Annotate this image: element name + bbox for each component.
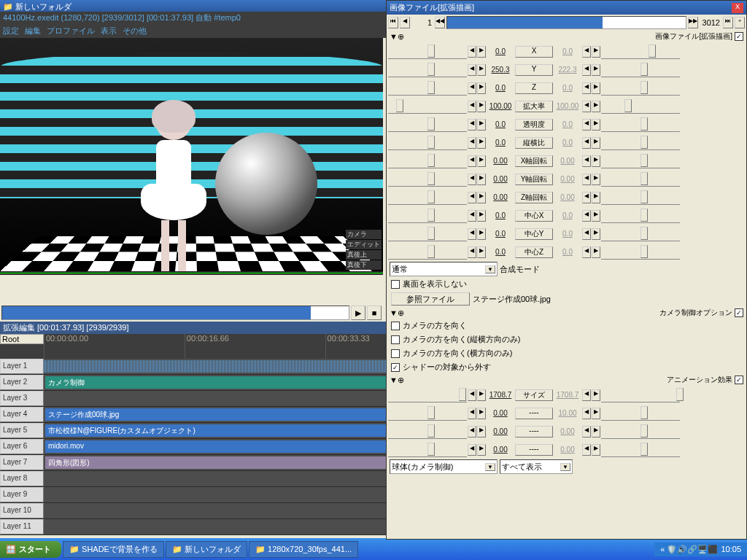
param-slider-right[interactable] [601, 227, 680, 241]
param-name-button[interactable]: X軸回転 [515, 155, 553, 167]
param-slider-right[interactable] [601, 154, 680, 168]
param-slider-left[interactable] [388, 117, 467, 132]
dec-button[interactable]: ◀ [468, 155, 476, 167]
param-slider-right[interactable] [601, 245, 680, 260]
viewport-badge[interactable]: エディット [346, 240, 382, 249]
param-value[interactable]: 0.00 [487, 427, 514, 435]
param-name-button[interactable]: 中心Z [515, 246, 553, 258]
param-value[interactable]: 0.0 [487, 47, 514, 55]
inc-button[interactable]: ▶ [477, 408, 486, 419]
menu-item[interactable]: 設定 [3, 26, 19, 36]
dec-button[interactable]: ◀ [582, 174, 591, 185]
dec-button[interactable]: ◀ [468, 228, 476, 240]
dec-button[interactable]: ◀ [468, 174, 476, 185]
param-slider-left[interactable] [388, 44, 467, 59]
dec-button[interactable]: ◀ [468, 101, 476, 112]
param-value-end[interactable]: 222.3 [554, 66, 581, 74]
param-slider-left[interactable] [388, 388, 467, 402]
dec-button[interactable]: ◀ [582, 119, 591, 131]
param-value-end[interactable]: 1708.7 [554, 391, 581, 399]
inc-button[interactable]: ▶ [477, 46, 486, 58]
menu-item[interactable]: プロファイル [47, 26, 95, 36]
step-fwd-button[interactable]: ▶▶ [688, 17, 698, 28]
param-value-end[interactable]: 0.00 [554, 157, 581, 165]
preview-viewport[interactable]: カメラエディット真後上真後下 [0, 38, 383, 271]
dec-button[interactable]: ◀ [582, 82, 591, 94]
param-value-end[interactable]: 0.0 [554, 139, 581, 147]
checkbox[interactable]: ✓ [391, 363, 400, 372]
param-value[interactable]: 0.00 [487, 446, 514, 454]
inc-button[interactable]: ▶ [592, 246, 600, 258]
checkbox[interactable] [391, 349, 400, 358]
layer-label[interactable]: Layer 4 [0, 407, 44, 422]
transport-slider[interactable] [1, 306, 349, 320]
param-name-button[interactable]: Z軸回転 [515, 192, 553, 203]
dec-button[interactable]: ◀ [582, 426, 591, 438]
param-value[interactable]: 1708.7 [487, 391, 514, 399]
inc-button[interactable]: ▶ [592, 64, 600, 76]
param-slider-right[interactable] [601, 136, 680, 150]
dec-button[interactable]: ◀ [582, 389, 591, 401]
inc-button[interactable]: ▶ [477, 119, 486, 131]
param-slider-right[interactable] [601, 99, 680, 114]
inc-button[interactable]: ▶ [592, 444, 600, 456]
dec-button[interactable]: ◀ [468, 46, 476, 58]
param-value-end[interactable]: 0.00 [554, 193, 581, 201]
display-combo[interactable]: すべて表示▼ [500, 459, 573, 474]
param-slider-left[interactable] [388, 443, 467, 457]
param-value-end[interactable]: 0.00 [554, 427, 581, 435]
param-name-button[interactable]: 中心Y [515, 228, 553, 240]
layer-label[interactable]: Layer 11 [0, 519, 44, 534]
menu-item[interactable]: 編集 [25, 26, 41, 36]
inc-button[interactable]: ▶ [592, 389, 600, 401]
inc-button[interactable]: ▶ [592, 82, 600, 94]
dec-button[interactable]: ◀ [582, 408, 591, 419]
param-slider-right[interactable] [601, 63, 680, 77]
inc-button[interactable]: ▶ [477, 82, 486, 94]
viewport-badge[interactable]: カメラ [346, 230, 382, 239]
param-value-end[interactable]: 0.0 [554, 230, 581, 238]
param-value[interactable]: 0.00 [487, 175, 514, 183]
start-button[interactable]: 🪟 スタート [0, 541, 61, 558]
taskbar-button[interactable]: 📁 1280x720_30fps_441... [249, 541, 358, 558]
dec-button[interactable]: ◀ [468, 192, 476, 203]
checkbox[interactable] [391, 322, 400, 330]
dec-button[interactable]: ◀ [468, 426, 476, 438]
timeline-clip[interactable]: 市松模様N@FIGURE(カスタムオブジェクト) [45, 424, 395, 437]
sect3-checkbox[interactable]: ✓ [735, 376, 743, 384]
param-name-button[interactable]: Z [515, 82, 553, 94]
param-value-end[interactable]: 0.0 [554, 248, 581, 256]
layer-label[interactable]: Layer 2 [0, 375, 44, 390]
param-value-end[interactable]: 0.0 [554, 211, 581, 219]
dec-button[interactable]: ◀ [468, 64, 476, 76]
param-slider-left[interactable] [388, 424, 467, 439]
taskbar-button[interactable]: 📁 SHADEで背景を作る [63, 541, 164, 558]
param-value[interactable]: 0.00 [487, 157, 514, 165]
inc-button[interactable]: ▶ [477, 174, 486, 185]
param-value[interactable]: 0.00 [487, 193, 514, 201]
camera-option-row[interactable]: ✓シャドーの対象から外す [387, 360, 746, 374]
inc-button[interactable]: ▶ [592, 228, 600, 240]
param-slider-right[interactable] [601, 443, 680, 457]
inc-button[interactable]: ▶ [477, 101, 486, 112]
param-name-button[interactable]: X [515, 46, 553, 58]
dec-button[interactable]: ◀ [468, 137, 476, 149]
first-frame-button[interactable]: ⏮ [388, 17, 398, 28]
param-value-end[interactable]: 10.00 [554, 409, 581, 417]
param-slider-left[interactable] [388, 136, 467, 150]
dec-button[interactable]: ◀ [468, 119, 476, 131]
backface-checkbox[interactable] [391, 280, 400, 289]
param-name-button[interactable]: Y軸回転 [515, 174, 553, 185]
param-value[interactable]: 0.0 [487, 248, 514, 256]
layer-label[interactable]: Layer 10 [0, 503, 44, 518]
param-slider-right[interactable] [601, 117, 680, 132]
param-slider-left[interactable] [388, 99, 467, 114]
param-name-button[interactable]: 透明度 [515, 119, 553, 131]
viewport-badge[interactable]: 真後下 [346, 260, 382, 270]
prev-button[interactable]: ◀ [400, 17, 410, 28]
menu-item[interactable]: その他 [123, 26, 147, 36]
inc-button[interactable]: ▶ [477, 228, 486, 240]
timeline-clip[interactable]: ステージ作成00球.jpg [45, 408, 395, 421]
layer-label[interactable]: Layer 9 [0, 487, 44, 502]
inc-button[interactable]: ▶ [477, 137, 486, 149]
